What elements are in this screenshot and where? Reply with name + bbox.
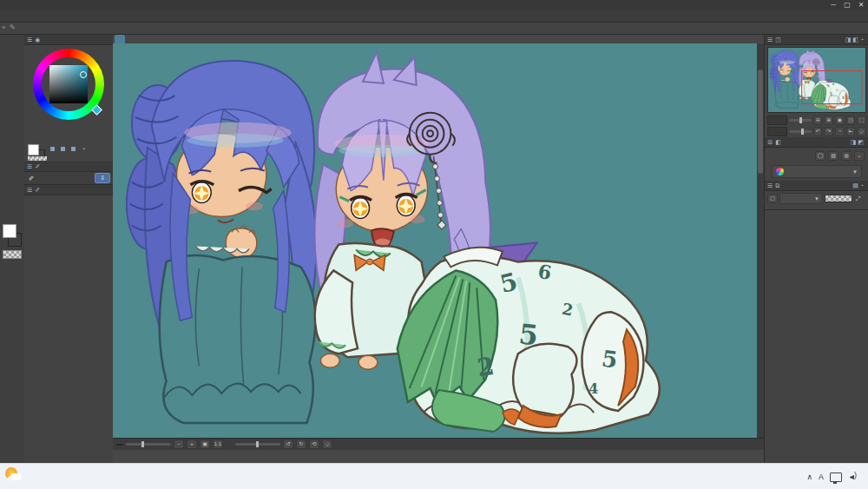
clip-studio-paint-window: ─ ▢ ✕ « ✎ ☰◉ ◔ <box>0 0 868 489</box>
opacity-slider[interactable] <box>825 195 852 202</box>
saturation-value <box>61 146 67 152</box>
layer-list <box>765 209 868 428</box>
title-bar: ─ ▢ ✕ <box>0 0 868 10</box>
hue-value <box>50 146 56 152</box>
nav-mirror-icon[interactable]: ◇ <box>857 127 866 136</box>
nav-fit-icon[interactable]: ◳ <box>846 116 856 125</box>
canvas-status-bar: − + ▣ 1:1 ↺ ↻ ⟲ ◇ <box>113 438 764 450</box>
command-bar <box>0 23 868 35</box>
value-value <box>71 146 77 152</box>
download-button[interactable]: ⇩ <box>95 173 110 183</box>
layer-tab-icons[interactable]: ▤ ◔ <box>852 182 864 189</box>
panel-menu-icon[interactable]: ☰ <box>767 36 773 43</box>
layer-kind-icon[interactable]: ▢ <box>767 194 778 203</box>
panel-menu-icon[interactable]: ☰ <box>27 36 32 43</box>
panel-menu-icon[interactable]: ☰ <box>767 182 773 189</box>
system-tray: ∧ A <box>806 466 865 487</box>
canvas-zoom-slider[interactable] <box>126 443 171 446</box>
navigator-zoom-row: ⊖ ⊕ ◉ ◳ ⬚ <box>765 115 868 126</box>
tool-palette <box>0 35 25 463</box>
canvas-area: 5 6 5 2 2 5 4 5 4 <box>113 35 764 463</box>
brush-size-panel-header[interactable]: ☰✐ <box>24 185 113 195</box>
ime-indicator[interactable]: A <box>819 472 824 481</box>
transparent-chip[interactable] <box>28 156 47 161</box>
navigator-rotate-row: ↶ ↷ ◔ ⇤ ◇ <box>765 126 868 137</box>
nav-flip-icon[interactable]: ⇤ <box>846 127 856 136</box>
weather-icon <box>5 466 23 484</box>
color-values-row: ◔ <box>24 142 113 162</box>
layer-panel-icon: ⧉ <box>775 182 779 189</box>
navigator-zoom-slider[interactable] <box>789 119 812 122</box>
display-icon[interactable] <box>830 472 842 482</box>
nav-zoom-100-icon[interactable]: ◉ <box>835 116 845 125</box>
layer-property-tab-icons[interactable]: ◨ ◩ <box>851 139 864 146</box>
navigator-header[interactable]: ☰ ◫ ◨ ◧ ◔ <box>765 35 868 45</box>
canvas-zoom-value <box>116 444 123 446</box>
close-button[interactable]: ✕ <box>854 0 868 10</box>
canvas-tab[interactable] <box>115 35 125 43</box>
nav-full-icon[interactable]: ⬚ <box>857 116 866 125</box>
border-effect-icon[interactable]: ◯ <box>815 151 825 161</box>
layer-color-effect-icon[interactable]: ◍ <box>841 151 852 161</box>
tone-effect-icon[interactable]: ▨ <box>828 151 838 161</box>
transparent-color-swatch[interactable] <box>3 250 22 259</box>
navigator-rotate-slider[interactable] <box>789 130 812 133</box>
reset-rotation-icon[interactable]: ⟲ <box>309 439 319 449</box>
effect-expand-icon[interactable]: ⌄ <box>854 151 865 161</box>
panel-menu-icon[interactable]: ☰ <box>767 139 773 146</box>
speaker-icon[interactable] <box>848 472 858 481</box>
left-panel-column: ☰◉ ◔ ☰✐ ✐ ⇩ ☰✐ <box>24 35 114 463</box>
nav-reset-rotation-icon[interactable]: ◔ <box>835 127 845 136</box>
flip-horizontal-icon[interactable]: ◇ <box>322 439 332 449</box>
brush-size-grid <box>24 195 113 197</box>
panel-menu-icon[interactable]: ☰ <box>27 187 32 194</box>
navigator-zoom-value[interactable] <box>767 116 787 125</box>
canvas-artwork[interactable]: 5 6 5 2 2 5 4 5 4 <box>113 43 757 438</box>
panel-collapse-icon[interactable]: « ✎ <box>2 23 16 31</box>
canvas-vertical-scrollbar[interactable] <box>757 43 764 438</box>
weather-widget[interactable] <box>5 466 27 484</box>
sv-cursor[interactable] <box>80 71 87 78</box>
tray-chevron-up-icon[interactable]: ∧ <box>806 472 812 481</box>
chevron-down-icon: ▼ <box>852 169 858 175</box>
subtool-icon: ✐ <box>35 163 40 170</box>
blend-mode-row: ▢ ▼ ⤢ <box>765 191 868 206</box>
layer-property-icon: ◧ <box>775 139 781 146</box>
rotate-left-icon[interactable]: ↺ <box>283 439 293 449</box>
canvas-rotate-slider[interactable] <box>235 443 280 446</box>
tab-color-blend[interactable]: ✐ <box>24 175 38 182</box>
layer-property-header[interactable]: ☰ ◧ ◨ ◩ <box>765 137 868 148</box>
color-wheel-header[interactable]: ☰◉ <box>24 35 113 45</box>
right-panel-column: ☰ ◫ ◨ ◧ ◔ ⊖ ⊕ ◉ ◳ ⬚ ↶ ↷ ◔ ⇤ ◇ <box>764 35 868 463</box>
nav-rotate-left-icon[interactable]: ↶ <box>813 127 823 136</box>
nav-rotate-right-icon[interactable]: ↷ <box>824 127 833 136</box>
svg-text:4: 4 <box>589 380 598 397</box>
zoom-fit-icon[interactable]: ▣ <box>200 439 210 449</box>
navigator-thumbnail[interactable] <box>767 47 866 113</box>
main-color-swatch[interactable] <box>3 224 16 238</box>
zoom-out-icon[interactable]: − <box>174 439 184 449</box>
navigator-tab-icons[interactable]: ◨ ◧ ◔ <box>845 36 864 43</box>
nav-zoom-in-icon[interactable]: ⊕ <box>824 116 833 125</box>
maximize-button[interactable]: ▢ <box>840 0 854 10</box>
rotate-right-icon[interactable]: ↻ <box>296 439 306 449</box>
zoom-100-icon[interactable]: 1:1 <box>213 439 223 449</box>
brush-group-icon: ✐ <box>29 175 34 182</box>
nav-zoom-out-icon[interactable]: ⊖ <box>813 116 823 125</box>
panel-menu-icon[interactable]: ☰ <box>27 163 32 170</box>
layer-panel-header[interactable]: ☰ ⧉ ▤ ◔ <box>765 181 868 191</box>
navigator-rotation-value[interactable] <box>767 127 787 136</box>
minimize-button[interactable]: ─ <box>826 0 840 10</box>
color-mode-icon <box>776 168 784 175</box>
windows-taskbar: ∧ A <box>0 463 868 489</box>
subtool-panel-header[interactable]: ☰✐ <box>24 162 113 172</box>
zoom-in-icon[interactable]: + <box>187 439 197 449</box>
expression-color-dropdown[interactable]: ▼ <box>772 165 862 178</box>
color-set-icon[interactable]: ◔ <box>82 146 85 152</box>
color-wheel[interactable] <box>24 45 113 142</box>
main-color-chip[interactable] <box>28 144 39 155</box>
opacity-expand-icon[interactable]: ⤢ <box>856 195 861 202</box>
canvas-viewport[interactable]: 5 6 5 2 2 5 4 5 4 <box>113 43 757 438</box>
brush-size-icon: ✐ <box>35 187 40 194</box>
blend-mode-dropdown[interactable]: ▼ <box>779 193 823 204</box>
